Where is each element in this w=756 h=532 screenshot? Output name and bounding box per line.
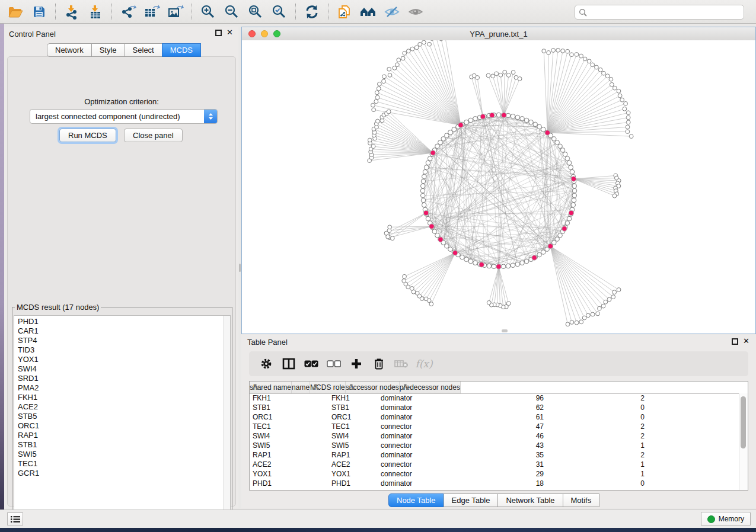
mcds-result-item[interactable]: STB1 bbox=[18, 440, 230, 450]
cell-successor-nodes[interactable]: 35 bbox=[465, 450, 552, 460]
table-tab[interactable]: Motifs bbox=[563, 493, 600, 507]
mcds-result-item[interactable]: CAR1 bbox=[18, 326, 230, 336]
delete-column-button[interactable] bbox=[370, 355, 388, 373]
criterion-dropdown[interactable]: largest connected component (undirected) bbox=[30, 109, 218, 124]
horizontal-splitter-grip[interactable] bbox=[502, 329, 508, 332]
table-row[interactable]: YOX1 YOX1 connector 29 1 bbox=[250, 469, 653, 479]
cell-shared-name[interactable]: SWI5 bbox=[250, 441, 328, 450]
cell-predecessor-nodes[interactable]: 1 bbox=[552, 460, 653, 469]
cell-mcds-role[interactable]: dominator bbox=[376, 450, 465, 460]
close-panel-button[interactable]: Close panel bbox=[124, 129, 183, 142]
run-mcds-button[interactable]: Run MCDS bbox=[59, 129, 116, 142]
cell-predecessor-nodes[interactable]: 2 bbox=[552, 450, 653, 460]
control-panel-tab[interactable]: Select bbox=[125, 43, 162, 57]
cell-shared-name[interactable]: PHD1 bbox=[250, 479, 328, 488]
mcds-list-scrollbar[interactable] bbox=[223, 316, 230, 524]
cell-mcds-role[interactable]: dominator bbox=[376, 412, 465, 422]
cell-predecessor-nodes[interactable]: 0 bbox=[552, 403, 653, 412]
cell-name[interactable]: ACE2 bbox=[328, 460, 376, 469]
cell-predecessor-nodes[interactable]: 2 bbox=[552, 431, 653, 441]
zoom-in-button[interactable] bbox=[196, 2, 220, 22]
cell-successor-nodes[interactable]: 61 bbox=[465, 412, 552, 422]
cell-name[interactable]: TEC1 bbox=[328, 422, 376, 431]
cell-successor-nodes[interactable]: 29 bbox=[465, 469, 552, 479]
zoom-out-button[interactable] bbox=[220, 2, 244, 22]
create-column-button[interactable] bbox=[347, 355, 365, 373]
table-row[interactable]: ORC1 ORC1 dominator 61 0 bbox=[250, 412, 653, 422]
cell-shared-name[interactable]: TEC1 bbox=[250, 422, 328, 431]
mcds-result-item[interactable]: YOX1 bbox=[18, 355, 230, 364]
table-row[interactable]: PHD1 PHD1 dominator 18 0 bbox=[250, 479, 653, 488]
cell-name[interactable]: FKH1 bbox=[328, 393, 376, 403]
mcds-result-item[interactable]: ORC1 bbox=[18, 421, 230, 431]
cell-successor-nodes[interactable]: 31 bbox=[465, 460, 552, 469]
mcds-result-item[interactable]: ACE2 bbox=[18, 402, 230, 412]
refresh-view-button[interactable] bbox=[300, 2, 324, 22]
show-graphics-details-button[interactable] bbox=[404, 2, 428, 22]
mcds-result-item[interactable]: STB5 bbox=[18, 412, 230, 421]
table-row[interactable]: SWI5 SWI5 connector 43 1 bbox=[250, 441, 653, 450]
copy-network-button[interactable] bbox=[333, 2, 356, 22]
mcds-result-item[interactable]: SWI4 bbox=[18, 364, 230, 374]
cell-predecessor-nodes[interactable]: 1 bbox=[552, 441, 653, 450]
cell-name[interactable]: RAP1 bbox=[328, 450, 376, 460]
cell-mcds-role[interactable]: connector bbox=[376, 469, 465, 479]
table-row[interactable]: SWI4 SWI4 dominator 46 2 bbox=[250, 431, 653, 441]
table-row[interactable]: ACE2 ACE2 connector 31 1 bbox=[250, 460, 653, 469]
cell-mcds-role[interactable]: dominator bbox=[376, 403, 465, 412]
export-network-button[interactable] bbox=[116, 2, 140, 22]
control-panel-tab[interactable]: MCDS bbox=[162, 43, 201, 57]
cell-predecessor-nodes[interactable]: 2 bbox=[552, 422, 653, 431]
cell-mcds-role[interactable]: connector bbox=[376, 422, 465, 431]
cell-successor-nodes[interactable]: 47 bbox=[465, 422, 552, 431]
import-network-button[interactable] bbox=[60, 2, 84, 22]
network-canvas[interactable] bbox=[242, 40, 755, 334]
cell-successor-nodes[interactable]: 62 bbox=[465, 403, 552, 412]
mcds-result-item[interactable]: PHD1 bbox=[18, 317, 230, 326]
search-input[interactable] bbox=[590, 8, 740, 17]
table-tab[interactable]: Edge Table bbox=[444, 493, 499, 507]
mcds-result-item[interactable]: STP4 bbox=[18, 336, 230, 345]
column-header[interactable]: MCDS role bbox=[310, 382, 346, 393]
export-image-button[interactable] bbox=[164, 2, 187, 22]
cell-mcds-role[interactable]: dominator bbox=[376, 479, 465, 488]
cell-shared-name[interactable]: RAP1 bbox=[250, 450, 328, 460]
cell-predecessor-nodes[interactable]: 0 bbox=[552, 412, 653, 422]
show-column-panel-button[interactable] bbox=[280, 355, 298, 373]
cell-successor-nodes[interactable]: 18 bbox=[465, 479, 552, 488]
mcds-result-item[interactable]: SRD1 bbox=[18, 374, 230, 383]
hide-graphics-details-button[interactable] bbox=[380, 2, 404, 22]
cell-shared-name[interactable]: STB1 bbox=[250, 403, 328, 412]
select-all-columns-button[interactable] bbox=[302, 355, 320, 373]
mcds-result-item[interactable]: RAP1 bbox=[18, 431, 230, 440]
column-header[interactable]: shared name bbox=[250, 382, 292, 393]
cell-successor-nodes[interactable]: 96 bbox=[465, 393, 552, 403]
table-row[interactable]: TEC1 TEC1 connector 47 2 bbox=[250, 422, 653, 431]
export-table-button[interactable] bbox=[140, 2, 164, 22]
table-row[interactable]: STB1 STB1 dominator 62 0 bbox=[250, 403, 653, 412]
zoom-fit-content-button[interactable] bbox=[244, 2, 267, 22]
cell-mcds-role[interactable]: dominator bbox=[376, 393, 465, 403]
cell-name[interactable]: YOX1 bbox=[328, 469, 376, 479]
cell-shared-name[interactable]: YOX1 bbox=[250, 469, 328, 479]
cell-shared-name[interactable]: SWI4 bbox=[250, 431, 328, 441]
save-session-button[interactable] bbox=[27, 2, 51, 22]
cell-name[interactable]: SWI5 bbox=[328, 441, 376, 450]
zoom-selected-button[interactable] bbox=[267, 2, 291, 22]
cell-shared-name[interactable]: ACE2 bbox=[250, 460, 328, 469]
cell-mcds-role[interactable]: connector bbox=[376, 441, 465, 450]
network-list-toggle-button[interactable] bbox=[7, 512, 23, 525]
table-settings-button[interactable] bbox=[257, 355, 275, 373]
cell-mcds-role[interactable]: dominator bbox=[376, 431, 465, 441]
cell-shared-name[interactable]: ORC1 bbox=[250, 412, 328, 422]
table-row[interactable]: RAP1 RAP1 dominator 35 2 bbox=[250, 450, 653, 460]
table-row[interactable]: FKH1 FKH1 dominator 96 2 bbox=[250, 393, 653, 403]
cell-name[interactable]: ORC1 bbox=[328, 412, 376, 422]
cell-predecessor-nodes[interactable]: 2 bbox=[552, 393, 653, 403]
cell-successor-nodes[interactable]: 43 bbox=[465, 441, 552, 450]
close-table-panel-icon[interactable]: ✕ bbox=[743, 337, 749, 345]
import-table-button[interactable] bbox=[84, 2, 107, 22]
cell-mcds-role[interactable]: connector bbox=[376, 460, 465, 469]
open-file-button[interactable] bbox=[4, 2, 27, 22]
float-panel-icon[interactable] bbox=[215, 30, 222, 36]
